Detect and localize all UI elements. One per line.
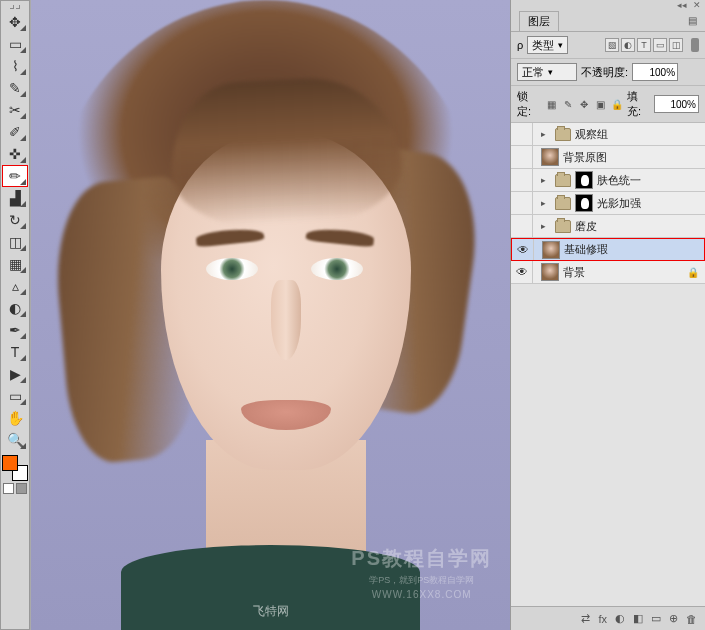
folder-icon: [555, 128, 571, 141]
layer-name-label[interactable]: 观察组: [575, 127, 608, 142]
adjustment-layer-icon[interactable]: ◧: [633, 612, 643, 625]
expand-toggle-icon[interactable]: ▸: [541, 129, 551, 139]
clone-stamp-tool[interactable]: ▟: [2, 187, 28, 209]
gradient-tool[interactable]: ▦: [2, 253, 28, 275]
link-layers-icon[interactable]: ⇄: [581, 612, 590, 625]
visibility-toggle[interactable]: [511, 123, 533, 145]
layers-panel: ◂◂ ✕ 图层 ▤ ρ 类型 ▧ ◐ T ▭ ◫ 正常 不透明度: 100% 锁…: [510, 0, 705, 630]
eyedropper-tool[interactable]: ✐: [2, 121, 28, 143]
lock-all-icon[interactable]: 🔒: [610, 97, 624, 111]
layer-content: ▸观察组: [533, 127, 705, 142]
layer-thumbnail[interactable]: [541, 263, 559, 281]
new-group-icon[interactable]: ▭: [651, 612, 661, 625]
lock-pixels-icon[interactable]: ✎: [561, 97, 575, 111]
layer-content: 背景原图: [533, 148, 705, 166]
watermark-title: PS教程自学网: [351, 545, 492, 572]
layer-content: 背景🔒: [533, 263, 705, 281]
opacity-input[interactable]: 100%: [632, 63, 678, 81]
layer-row[interactable]: ▸光影加强: [511, 192, 705, 215]
mask-thumbnail[interactable]: [575, 171, 593, 189]
filter-type-icon[interactable]: T: [637, 38, 651, 52]
visibility-toggle[interactable]: 👁: [512, 239, 534, 260]
dock-handle[interactable]: [2, 3, 28, 11]
add-mask-icon[interactable]: ◐: [615, 612, 625, 625]
tool-dock: ✥ ▭ ⌇ ✎ ✂ ✐ ✜ ✏ ▟ ↻ ◫ ▦ ▵ ◐ ✒ T ▶ ▭ ✋ 🔍: [0, 0, 30, 630]
marquee-tool[interactable]: ▭: [2, 33, 28, 55]
layer-thumbnail[interactable]: [541, 148, 559, 166]
canvas-area[interactable]: 飞特网 PS教程自学网 学PS，就到PS教程自学网 WWW.16XX8.COM: [30, 0, 510, 630]
layer-name-label[interactable]: 磨皮: [575, 219, 597, 234]
brush-tool[interactable]: ✏: [2, 165, 28, 187]
fill-input[interactable]: 100%: [654, 95, 699, 113]
hand-tool[interactable]: ✋: [2, 407, 28, 429]
layer-row[interactable]: 背景原图: [511, 146, 705, 169]
move-tool[interactable]: ✥: [2, 11, 28, 33]
lock-position-icon[interactable]: ✥: [577, 97, 591, 111]
history-brush-tool[interactable]: ↻: [2, 209, 28, 231]
expand-toggle-icon[interactable]: ▸: [541, 198, 551, 208]
expand-toggle-icon[interactable]: ▸: [541, 175, 551, 185]
layer-name-label[interactable]: 光影加强: [597, 196, 641, 211]
delete-layer-icon[interactable]: 🗑: [686, 613, 697, 625]
watermark-bottom: 飞特网: [253, 603, 289, 620]
blend-row: 正常 不透明度: 100%: [511, 59, 705, 86]
filter-pixel-icon[interactable]: ▧: [605, 38, 619, 52]
layer-content: ▸磨皮: [533, 219, 705, 234]
healing-brush-tool[interactable]: ✜: [2, 143, 28, 165]
close-icon[interactable]: ✕: [693, 0, 701, 10]
layers-tab[interactable]: 图层: [519, 11, 559, 31]
layer-name-label[interactable]: 背景: [563, 265, 585, 280]
layer-content: ▸光影加强: [533, 194, 705, 212]
layer-row[interactable]: ▸磨皮: [511, 215, 705, 238]
filter-search-icon[interactable]: ρ: [517, 39, 523, 51]
color-swatches[interactable]: [2, 455, 28, 481]
layer-thumbnail[interactable]: [542, 241, 560, 259]
quick-mask-toggle[interactable]: [2, 483, 28, 494]
mask-thumbnail[interactable]: [575, 194, 593, 212]
visibility-toggle[interactable]: 👁: [511, 261, 533, 283]
lock-transparency-icon[interactable]: ▦: [544, 97, 558, 111]
collapse-icon[interactable]: ◂◂: [677, 0, 687, 10]
foreground-color-swatch[interactable]: [2, 455, 18, 471]
filter-adjust-icon[interactable]: ◐: [621, 38, 635, 52]
visibility-toggle[interactable]: [511, 215, 533, 237]
layer-row[interactable]: ▸观察组: [511, 123, 705, 146]
path-select-tool[interactable]: ▶: [2, 363, 28, 385]
layer-content: 基础修瑕: [534, 241, 704, 259]
shape-tool[interactable]: ▭: [2, 385, 28, 407]
filter-type-select[interactable]: 类型: [527, 36, 568, 54]
eraser-tool[interactable]: ◫: [2, 231, 28, 253]
type-tool[interactable]: T: [2, 341, 28, 363]
filter-smart-icon[interactable]: ◫: [669, 38, 683, 52]
lasso-tool[interactable]: ⌇: [2, 55, 28, 77]
layer-name-label[interactable]: 背景原图: [563, 150, 607, 165]
panel-window-controls: ◂◂ ✕: [511, 0, 705, 10]
lock-row: 锁定: ▦ ✎ ✥ ▣ 🔒 填充: 100%: [511, 86, 705, 123]
new-layer-icon[interactable]: ⊕: [669, 612, 678, 625]
quick-select-tool[interactable]: ✎: [2, 77, 28, 99]
layer-fx-icon[interactable]: fx: [598, 613, 607, 625]
watermark-right: PS教程自学网 学PS，就到PS教程自学网 WWW.16XX8.COM: [351, 545, 492, 600]
layer-row[interactable]: 👁基础修瑕: [511, 238, 705, 261]
panel-menu-icon[interactable]: ▤: [688, 15, 697, 26]
blur-tool[interactable]: ▵: [2, 275, 28, 297]
layer-name-label[interactable]: 基础修瑕: [564, 242, 608, 257]
folder-icon: [555, 197, 571, 210]
expand-toggle-icon[interactable]: ▸: [541, 221, 551, 231]
layer-row[interactable]: ▸肤色统一: [511, 169, 705, 192]
layer-row[interactable]: 👁背景🔒: [511, 261, 705, 284]
filter-shape-icon[interactable]: ▭: [653, 38, 667, 52]
pen-tool[interactable]: ✒: [2, 319, 28, 341]
dodge-tool[interactable]: ◐: [2, 297, 28, 319]
visibility-toggle[interactable]: [511, 192, 533, 214]
layer-content: ▸肤色统一: [533, 171, 705, 189]
zoom-tool[interactable]: 🔍: [2, 429, 28, 451]
blend-mode-select[interactable]: 正常: [517, 63, 577, 81]
lock-artboard-icon[interactable]: ▣: [594, 97, 608, 111]
layer-name-label[interactable]: 肤色统一: [597, 173, 641, 188]
filter-toggle-icon[interactable]: [691, 38, 699, 52]
visibility-toggle[interactable]: [511, 146, 533, 168]
crop-tool[interactable]: ✂: [2, 99, 28, 121]
watermark-url: WWW.16XX8.COM: [351, 589, 492, 600]
visibility-toggle[interactable]: [511, 169, 533, 191]
